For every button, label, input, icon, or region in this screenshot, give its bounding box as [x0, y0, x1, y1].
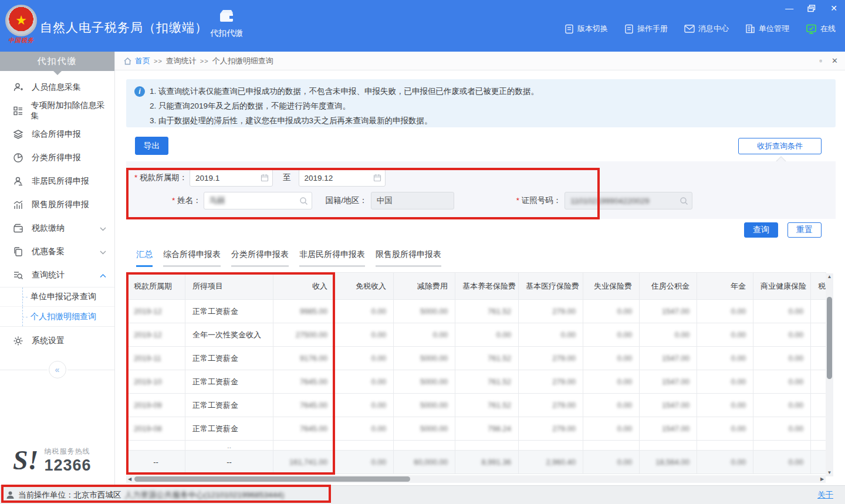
- table-cell: [811, 300, 826, 323]
- table-cell: 5000.00: [394, 300, 455, 323]
- table-cell: 0.00: [583, 347, 640, 370]
- table-cell: [127, 441, 185, 451]
- table-cell: [811, 323, 826, 347]
- scroll-up-icon[interactable]: ▲: [827, 273, 832, 280]
- result-table: 税款所属期 所得项目 收入 免税收入 减除费用 基本养老保险费 基本医疗保险费 …: [126, 272, 826, 474]
- table-cell: 7645.00: [273, 370, 335, 394]
- export-button[interactable]: 导出: [135, 137, 168, 155]
- scroll-right-icon[interactable]: ▶: [819, 476, 826, 482]
- table-cell: 5000.00: [394, 370, 455, 394]
- current-unit-prefix: 当前操作单位：北京市西城区: [18, 490, 121, 500]
- tab-comprehensive-income[interactable]: 综合所得申报表: [163, 249, 221, 267]
- minimize-icon[interactable]: —: [783, 2, 796, 14]
- collapse-query-button[interactable]: 收折查询条件: [738, 138, 822, 154]
- gear-icon: [13, 336, 25, 346]
- breadcrumb-home-link[interactable]: 首页: [135, 56, 150, 66]
- close-tab-icon[interactable]: ✕: [832, 56, 838, 65]
- table-cell: 761.52: [455, 394, 519, 417]
- id-number-input[interactable]: [565, 197, 692, 205]
- horizontal-scroll-thumb[interactable]: [134, 476, 410, 482]
- horizontal-scrollbar[interactable]: ◀ ▶: [126, 475, 826, 483]
- table-cell: 9176.00: [273, 347, 335, 370]
- name-field[interactable]: [204, 192, 312, 209]
- col-header: 住房公积金: [640, 273, 697, 300]
- menu-version-switch[interactable]: 版本切换: [565, 23, 608, 34]
- tab-classified-income[interactable]: 分类所得申报表: [231, 249, 289, 267]
- table-row[interactable]: 2019-09正常工资薪金7645.000.005000.00761.52279…: [127, 394, 826, 417]
- app-title: 自然人电子税务局（扣缴端）: [40, 19, 208, 36]
- emblem-caption: 中国税务: [1, 36, 41, 45]
- hotline-glyph-icon: S!: [13, 448, 38, 472]
- col-header: 基本医疗保险费: [519, 273, 583, 300]
- maximize-tab-icon[interactable]: ▫: [819, 56, 822, 65]
- table-cell: --: [127, 451, 185, 474]
- close-icon[interactable]: ✕: [827, 2, 840, 14]
- tab-nonresident-income[interactable]: 非居民所得申报表: [299, 249, 365, 267]
- table-cell: 2019-10: [127, 370, 185, 394]
- table-cell: 5000.00: [394, 394, 455, 417]
- tab-summary[interactable]: 汇总: [136, 249, 153, 267]
- about-link[interactable]: 关于: [817, 490, 833, 500]
- menu-message-center[interactable]: 消息中心: [684, 23, 729, 34]
- period-to-field[interactable]: [299, 169, 386, 187]
- table-cell: 7645.00: [273, 417, 335, 441]
- table-row[interactable]: ----161,741.000.0060,000.008,991.362,960…: [127, 451, 826, 474]
- window-controls: — ✕: [783, 2, 840, 14]
- sidebar-item-restricted-shares[interactable]: 限售股所得申报: [0, 193, 114, 217]
- period-to-input[interactable]: [299, 174, 385, 182]
- table-cell: [811, 394, 826, 417]
- table-cell: 0.00: [583, 370, 640, 394]
- sidebar-item-nonresident-income[interactable]: 非居民所得申报: [0, 170, 114, 193]
- calendar-icon[interactable]: [261, 174, 269, 182]
- table-cell: 761.52: [455, 347, 519, 370]
- query-panel: 税款所属期： 至 姓名：: [126, 161, 836, 219]
- tab-restricted-shares[interactable]: 限售股所得申报表: [376, 249, 441, 267]
- sidebar-item-classified-income[interactable]: 分类所得申报: [0, 146, 114, 170]
- vertical-scrollbar[interactable]: ▲ ▼: [826, 273, 833, 476]
- search-list-icon: [13, 270, 25, 280]
- restore-icon[interactable]: [805, 2, 818, 14]
- period-from-input[interactable]: [190, 174, 272, 182]
- sidebar-item-special-deduction[interactable]: 专项附加扣除信息采集: [0, 99, 114, 123]
- reset-button[interactable]: 重置: [787, 222, 822, 238]
- scroll-down-icon[interactable]: ▼: [827, 469, 832, 476]
- table-row[interactable]: 2019-10正常工资薪金7645.000.005000.00761.52279…: [127, 370, 826, 394]
- table-cell: 761.52: [455, 370, 519, 394]
- notice-line-3: 3. 由于数据处理的滞后性，建议您在申报成功3天之后再来查询最新的申报数据。: [150, 114, 827, 127]
- table-row[interactable]: 2019-12全年一次性奖金收入27500.000.000.000.000.00…: [127, 323, 826, 347]
- table-cell: 5000.00: [394, 417, 455, 441]
- table-cell: 0.00: [519, 323, 583, 347]
- search-icon[interactable]: [299, 197, 308, 205]
- sidebar-item-preferential-filing[interactable]: 优惠备案: [0, 240, 114, 263]
- nav-item-withholding[interactable]: 代扣代缴: [204, 8, 249, 39]
- search-icon[interactable]: [680, 197, 688, 205]
- menu-unit-management[interactable]: 单位管理: [745, 23, 789, 34]
- name-input[interactable]: [204, 197, 312, 205]
- table-row[interactable]: 2019-12正常工资薪金9985.000.005000.00761.52279…: [127, 300, 826, 323]
- table-cell: 正常工资薪金: [185, 370, 273, 394]
- sidebar-item-personnel-info[interactable]: 人员信息采集: [0, 76, 114, 99]
- scroll-left-icon[interactable]: ◀: [126, 476, 133, 482]
- period-from-field[interactable]: [190, 169, 273, 187]
- sidebar-subitem-unit-declaration-query[interactable]: 单位申报记录查询: [0, 287, 114, 307]
- sidebar-item-system-settings[interactable]: 系统设置: [0, 329, 114, 353]
- vertical-scroll-thumb[interactable]: [827, 297, 832, 379]
- sidebar-item-comprehensive-income[interactable]: 综合所得申报: [0, 123, 114, 146]
- table-cell: 2019-11: [127, 347, 185, 370]
- table-row[interactable]: 2019-11正常工资薪金9176.000.005000.00761.52279…: [127, 347, 826, 370]
- sidebar-item-query-statistics[interactable]: 查询统计: [0, 263, 114, 287]
- table-row[interactable]: ..: [127, 441, 826, 451]
- sidebar-subitem-personal-withholding-query[interactable]: 个人扣缴明细查询: [0, 307, 114, 326]
- table-cell: 2019-09: [127, 394, 185, 417]
- table-cell: 279.00: [519, 300, 583, 323]
- person-icon: [13, 176, 25, 187]
- calendar-icon[interactable]: [373, 174, 381, 182]
- id-number-field[interactable]: [565, 192, 692, 209]
- sidebar-item-tax-payment[interactable]: 税款缴纳: [0, 217, 114, 240]
- table-row[interactable]: 2019-08正常工资薪金7645.000.005000.00798.24279…: [127, 417, 826, 441]
- table-cell: 0.00: [583, 417, 640, 441]
- query-button[interactable]: 查询: [744, 222, 778, 238]
- collapse-sidebar-button[interactable]: «: [49, 361, 66, 378]
- online-status[interactable]: 在线: [806, 23, 836, 34]
- menu-manual[interactable]: 操作手册: [624, 23, 668, 34]
